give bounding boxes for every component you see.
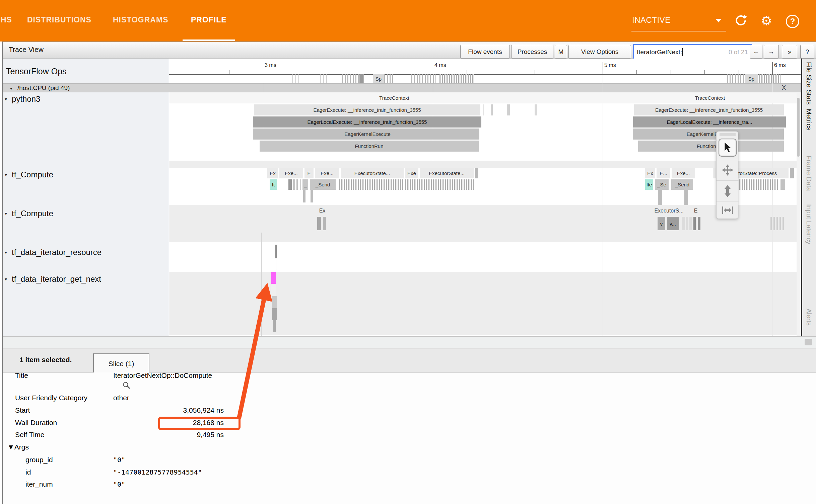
trace-slice[interactable]: v... (667, 217, 679, 230)
trace-slice-unlabeled[interactable] (535, 104, 537, 115)
trace-slice[interactable]: EagerExecute: __inference_train_function… (254, 104, 480, 115)
trace-slice[interactable]: _ (302, 179, 308, 190)
collapse-triangle-icon[interactable]: ▾ (5, 96, 7, 102)
pan-tool[interactable] (717, 159, 739, 181)
toolbar-button-flow-events[interactable]: Flow events (460, 45, 510, 59)
side-tab-file-size-stats[interactable]: File Size Stats (805, 62, 813, 105)
trace-slice-unlabeled[interactable] (276, 259, 276, 270)
vertical-zoom-tool[interactable] (717, 180, 739, 201)
trace-slice-unlabeled[interactable] (272, 308, 277, 320)
trace-slice[interactable]: Ite (645, 179, 653, 190)
trace-slice[interactable]: EagerKernelExecute (635, 129, 784, 140)
trace-slice-unlabeled[interactable] (300, 179, 301, 190)
trace-slice[interactable]: v (658, 217, 665, 230)
trace-slice[interactable]: EagerLocalExecute: __inference_tra... (633, 116, 786, 128)
trace-slice-unlabeled[interactable] (272, 296, 277, 308)
trace-slice-unlabeled[interactable] (658, 190, 662, 205)
collapse-triangle-icon[interactable]: ▾ (5, 211, 7, 216)
topnav-tab-distributions[interactable]: DISTRIBUTIONS (27, 15, 91, 24)
toolbar-button-processes[interactable]: Processes (511, 45, 553, 59)
track-scrollbar-thumb[interactable] (797, 98, 800, 157)
trace-slice-unlabeled[interactable] (311, 190, 313, 202)
trace-slice-unlabeled[interactable] (303, 190, 305, 202)
trace-slice-unlabeled[interactable] (689, 217, 692, 230)
track-row-label-tf_data_iterator_get_next[interactable]: ▾tf_data_iterator_get_next (5, 274, 101, 284)
trace-slice-unlabeled[interactable] (483, 104, 484, 115)
topnav-tab-histograms[interactable]: HISTOGRAMS (113, 15, 168, 24)
magnifier-icon[interactable] (123, 382, 131, 391)
trace-slice-unlabeled[interactable] (271, 272, 276, 284)
trace-slice[interactable]: _Send (310, 179, 336, 190)
trace-slice-unlabeled[interactable] (296, 179, 298, 190)
trace-slice-unlabeled[interactable] (633, 129, 635, 140)
timing-tool[interactable] (717, 201, 739, 219)
trace-slice[interactable]: _Send (671, 179, 693, 190)
trace-slice-unlabeled[interactable] (273, 320, 276, 332)
toolbar-help-button[interactable]: ? (800, 45, 814, 59)
toolbar-button-view-options[interactable]: View Options (568, 45, 631, 59)
topnav-tab-profile[interactable]: PROFILE (191, 15, 227, 24)
trace-slice-unlabeled[interactable] (253, 129, 256, 140)
track-row-label-tf_data_iterator_resource[interactable]: ▾tf_data_iterator_resource (5, 248, 101, 257)
trace-slice-unlabeled[interactable] (790, 168, 794, 178)
trace-slice[interactable]: Exe... (672, 168, 695, 178)
run-status-dropdown[interactable]: INACTIVE (631, 15, 727, 31)
collapse-triangle-icon[interactable]: ▾ (5, 172, 7, 177)
trace-slice[interactable]: E (304, 168, 314, 178)
trace-slice[interactable]: E (691, 206, 701, 216)
trace-slice-unlabeled[interactable] (293, 179, 295, 190)
trace-slice-unlabeled[interactable] (684, 190, 688, 205)
trace-slice-unlabeled[interactable] (317, 217, 321, 230)
trace-slice-unlabeled[interactable] (780, 179, 785, 190)
trace-slice[interactable]: TraceContext (619, 92, 801, 103)
trace-slice[interactable]: Sp (373, 74, 384, 83)
trace-slice[interactable]: EagerLocalExecute: __inference_train_fun… (253, 116, 481, 128)
trace-slice-unlabeled[interactable] (693, 217, 696, 230)
trace-slice[interactable]: ExecutorState... (420, 168, 474, 178)
trace-slice-unlabeled[interactable] (275, 245, 277, 258)
trace-slice[interactable]: ExecutorS... (649, 206, 689, 216)
gear-icon[interactable]: ⚙ (759, 13, 774, 28)
collapse-triangle-icon[interactable]: ▾ (5, 250, 7, 255)
trace-slice[interactable]: Ex (645, 168, 655, 178)
trace-slice-unlabeled[interactable] (271, 284, 276, 296)
collapse-triangle-icon[interactable]: ▾ (10, 86, 12, 91)
trace-slice[interactable]: Exe... (315, 168, 339, 178)
topnav-tab-hs[interactable]: HS (1, 15, 12, 24)
trace-slice[interactable]: Exe (405, 168, 418, 178)
trace-slice-unlabeled[interactable] (323, 217, 326, 230)
track-row-label-tf_Compute[interactable]: ▾tf_Compute (5, 209, 53, 218)
trace-slice[interactable]: Ex (267, 168, 278, 178)
trace-slice[interactable]: FunctionRun (260, 141, 479, 152)
side-tab-input-latency[interactable]: Input Latency (805, 204, 813, 244)
trace-slice[interactable]: Sp (745, 74, 758, 83)
trace-slice-unlabeled[interactable] (491, 104, 493, 115)
trace-slice[interactable]: TraceContext (169, 92, 619, 103)
refresh-icon[interactable] (734, 13, 748, 28)
track-row-label-python3[interactable]: ▾python3 (5, 94, 40, 104)
trace-slice[interactable]: ExecutorState... (341, 168, 404, 178)
chevron-down-icon[interactable] (716, 19, 722, 22)
trace-slice[interactable]: Exe... (279, 168, 303, 178)
side-tab-frame-data[interactable]: Frame Data (805, 156, 813, 191)
close-icon[interactable]: X (782, 84, 786, 91)
track-row-label-tf_Compute[interactable]: ▾tf_Compute (5, 170, 53, 179)
trace-slice[interactable]: EagerExecute: __inference_train_function… (634, 104, 784, 115)
trace-slice-unlabeled[interactable] (698, 217, 700, 230)
trace-slice[interactable]: EagerKernelExecute (256, 129, 479, 140)
trace-slice-unlabeled[interactable] (475, 168, 478, 178)
trace-slice[interactable]: E... (657, 168, 670, 178)
divider-scroll-thumb[interactable] (805, 339, 812, 345)
help-icon[interactable]: ? (786, 15, 799, 28)
trace-slice-unlabeled[interactable] (686, 217, 688, 230)
search-next-button[interactable]: → (764, 45, 779, 59)
search-prev-button[interactable]: ← (750, 45, 762, 59)
side-tab-metrics[interactable]: Metrics (805, 109, 813, 130)
trace-slice[interactable]: It (270, 179, 277, 190)
toolbar-button-m[interactable]: M (555, 45, 567, 59)
trace-slice-unlabeled[interactable] (682, 217, 685, 230)
more-button[interactable]: » (782, 45, 797, 59)
trace-slice[interactable]: _Se (655, 179, 669, 190)
search-input[interactable]: IteratorGetNext: 0 of 21 (633, 44, 752, 61)
trace-slice[interactable]: FunctionRun (638, 141, 784, 152)
